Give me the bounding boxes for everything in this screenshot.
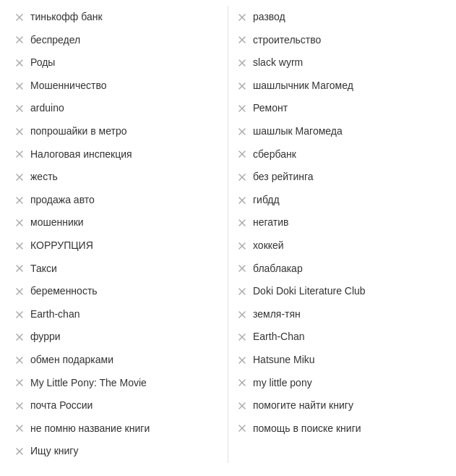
item-label: строительство [253,33,321,48]
close-icon[interactable] [14,35,25,45]
item-label: Мошенничество [30,79,106,93]
close-icon[interactable] [237,58,247,68]
item-label: продажа авто [30,193,95,208]
close-icon[interactable] [14,263,25,273]
list-item: жесть [12,166,222,189]
close-icon[interactable] [14,401,25,411]
list-item: Hatsune Miku [234,349,444,372]
close-icon[interactable] [14,149,25,159]
close-icon[interactable] [14,423,25,433]
close-icon[interactable] [14,172,25,182]
list-item: Earth-Chan [234,326,444,349]
list-item: шашлычник Магомед [234,75,444,98]
list-item: негатив [234,211,444,234]
right-column: развод строительство slack wyrm шашлычни… [234,6,444,463]
close-icon[interactable] [14,103,25,114]
item-label: беспредел [30,33,80,48]
close-icon[interactable] [237,310,247,320]
item-label: шашлык Магомеда [253,124,343,139]
close-icon[interactable] [237,195,247,205]
close-icon[interactable] [237,286,247,297]
close-icon[interactable] [237,149,247,159]
list-item: без рейтинга [234,166,444,189]
close-icon[interactable] [237,172,247,182]
close-icon[interactable] [14,446,25,456]
close-icon[interactable] [14,12,25,22]
item-label: фурри [30,330,61,344]
close-icon[interactable] [237,103,247,114]
list-item: Ремонт [234,97,444,120]
item-label: не помню название книги [30,422,150,436]
item-label: почта России [30,399,93,413]
list-item: arduino [12,97,222,120]
close-icon[interactable] [14,81,25,91]
list-item: беспредел [12,29,222,52]
list-item: развод [234,6,444,29]
item-label: сбербанк [253,148,296,162]
close-icon[interactable] [237,378,247,388]
item-label: Doki Doki Literature Club [253,284,366,299]
item-label: Такси [30,262,57,276]
list-item: My Little Pony: The Movie [12,372,222,395]
list-item: почта России [12,394,222,417]
close-icon[interactable] [14,310,25,320]
list-item: тинькофф банк [12,6,222,29]
item-label: мошенники [30,216,84,230]
item-label: блаблакар [253,262,303,276]
list-item: Такси [12,258,222,281]
item-label: Earth-Chan [253,330,305,344]
item-label: хоккей [253,239,284,253]
close-icon[interactable] [237,35,247,45]
close-icon[interactable] [14,127,25,137]
list-item: строительство [234,29,444,52]
item-label: гибдд [253,193,280,208]
item-label: помогите найти книгу [253,399,353,413]
close-icon[interactable] [237,81,247,91]
item-label: my little pony [253,376,312,391]
item-label: КОРРУПЦИЯ [30,239,93,253]
item-label: slack wyrm [253,56,303,70]
list-item: беременность [12,280,222,303]
item-label: обмен подарками [30,353,113,367]
close-icon[interactable] [14,286,25,297]
close-icon[interactable] [14,355,25,365]
close-icon[interactable] [237,12,247,22]
close-icon[interactable] [237,263,247,273]
list-item: КОРРУПЦИЯ [12,234,222,258]
close-icon[interactable] [237,401,247,411]
close-icon[interactable] [237,332,247,342]
list-item: my little pony [234,372,444,395]
list-item: попрошайки в метро [12,120,222,143]
item-label: Ремонт [253,101,288,116]
close-icon[interactable] [14,218,25,228]
list-item: фурри [12,326,222,349]
close-icon[interactable] [237,127,247,137]
item-label: тинькофф банк [30,10,103,25]
list-item: сбербанк [234,143,444,166]
list-item: помощь в поиске книги [234,417,444,441]
close-icon[interactable] [237,241,247,251]
item-label: помощь в поиске книги [253,422,361,436]
close-icon[interactable] [237,218,247,228]
close-icon[interactable] [237,423,247,433]
close-icon[interactable] [14,58,25,68]
list-item: Earth-chan [12,303,222,326]
main-container: тинькофф банк беспредел Роды Мошенничест… [0,0,456,469]
close-icon[interactable] [237,355,247,365]
list-item: помогите найти книгу [234,394,444,417]
column-divider [228,6,228,463]
close-icon[interactable] [14,195,25,205]
list-item: земля-тян [234,303,444,326]
list-item: slack wyrm [234,51,444,75]
close-icon[interactable] [14,241,25,251]
list-item: мошенники [12,211,222,234]
left-column: тинькофф банк беспредел Роды Мошенничест… [12,6,222,463]
close-icon[interactable] [14,332,25,342]
item-label: Earth-chan [30,307,79,322]
list-item: не помню название книги [12,417,222,441]
item-label: шашлычник Магомед [253,79,353,93]
item-label: Hatsune Miku [253,353,315,367]
close-icon[interactable] [14,378,25,388]
item-label: попрошайки в метро [30,124,126,139]
list-item: хоккей [234,234,444,258]
